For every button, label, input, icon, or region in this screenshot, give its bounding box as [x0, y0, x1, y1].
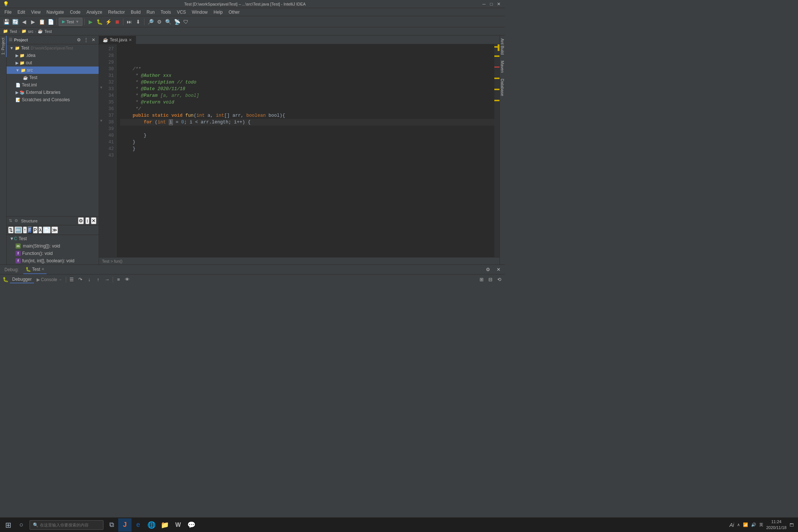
- menu-view[interactable]: View: [28, 9, 44, 16]
- tree-idea[interactable]: ▶ 📁 .idea: [7, 52, 99, 59]
- console-icon: ▶: [37, 277, 40, 282]
- debug-button[interactable]: 🐛: [95, 18, 103, 26]
- tree-root-test[interactable]: ▼ 📁 Test D:\workSpace\java\Test: [7, 44, 99, 52]
- menu-other[interactable]: Other: [226, 9, 243, 16]
- debug-rerun[interactable]: 🐛: [1, 276, 10, 284]
- show-anon-btn[interactable]: λ: [38, 226, 42, 233]
- problems-view[interactable]: 🛡: [182, 18, 190, 26]
- settings-button[interactable]: ⚙: [155, 18, 163, 26]
- debug-settings2[interactable]: ⊟: [486, 276, 494, 284]
- find-usages[interactable]: 🔍: [164, 18, 172, 26]
- sync-button[interactable]: 🔄: [11, 18, 19, 26]
- project-panel-title: Project: [14, 38, 74, 42]
- menu-vcs[interactable]: VCS: [174, 9, 189, 16]
- struct-fun[interactable]: f fun(int, int[], boolean): void: [7, 257, 99, 265]
- stop-button[interactable]: ⏹: [113, 18, 121, 26]
- show-fields-btn[interactable]: F: [28, 226, 32, 233]
- debug-step-over[interactable]: ↷: [76, 276, 85, 284]
- debug-tab-close[interactable]: ✕: [41, 267, 44, 271]
- code-line-37: public static void fun(int a, int[] arr,…: [120, 112, 494, 119]
- structure-close-btn[interactable]: ✕: [91, 217, 96, 224]
- collapse-method[interactable]: ▼: [99, 117, 103, 124]
- menu-file[interactable]: File: [1, 9, 14, 16]
- code-editor[interactable]: ▼ ▼ 27 28 29 30 31 32 33 34 35 36 37: [99, 44, 499, 257]
- struct-main[interactable]: m main(String[]): void: [7, 242, 99, 250]
- close-button[interactable]: ✕: [496, 1, 502, 7]
- menu-run[interactable]: Run: [144, 9, 158, 16]
- debug-expand[interactable]: ⟲: [495, 276, 503, 284]
- debug-list-btn[interactable]: ☰: [68, 276, 76, 284]
- debug-restore-layout[interactable]: ⊞: [477, 276, 485, 284]
- tree-test-iml[interactable]: 📄 Test.iml: [7, 81, 99, 89]
- maximize-button[interactable]: □: [488, 1, 494, 7]
- maven-tab[interactable]: Maven: [499, 58, 505, 76]
- error-marker[interactable]: [494, 66, 499, 68]
- warning-marker-4[interactable]: [494, 89, 499, 90]
- recent-files[interactable]: 📋: [38, 18, 46, 26]
- debug-tab-test[interactable]: 🐛 Test ✕: [23, 265, 47, 274]
- debug-step-out[interactable]: ↑: [94, 276, 102, 284]
- search-everywhere[interactable]: 🔎: [146, 18, 154, 26]
- ant-build-tab[interactable]: Ant Build: [499, 35, 505, 58]
- step-into[interactable]: ⬇: [134, 18, 142, 26]
- menu-tools[interactable]: Tools: [158, 9, 174, 16]
- menu-navigate[interactable]: Navigate: [44, 9, 67, 16]
- file-structure[interactable]: 📄: [47, 18, 55, 26]
- menu-window[interactable]: Window: [189, 9, 211, 16]
- menu-edit[interactable]: Edit: [14, 9, 28, 16]
- project-close-btn[interactable]: ✕: [91, 37, 96, 43]
- show-doc-btn[interactable]: 📄: [43, 226, 51, 233]
- debug-settings[interactable]: ⚙: [484, 266, 492, 274]
- sort-by-type[interactable]: ⇅: [8, 226, 14, 233]
- tree-scratches[interactable]: 📝 Scratches and Consoles: [7, 96, 99, 103]
- tab-close-btn[interactable]: ✕: [129, 38, 132, 42]
- forward-button[interactable]: ▶: [29, 18, 37, 26]
- structure-sort-btn[interactable]: ↕: [85, 217, 89, 224]
- editor-tab-test[interactable]: ☕ Test.java ✕: [99, 36, 136, 44]
- tree-test-java[interactable]: ☕ Test: [7, 74, 99, 81]
- run-with-coverage[interactable]: ⚡: [104, 18, 112, 26]
- project-tab-vertical[interactable]: 1: Project: [0, 35, 7, 57]
- menu-analyze[interactable]: Analyze: [83, 9, 105, 16]
- debug-step-into[interactable]: ↓: [85, 276, 93, 284]
- more-btn[interactable]: ≫: [51, 226, 58, 233]
- project-options-gear[interactable]: ⚙: [76, 37, 82, 43]
- debugger-sub-tab[interactable]: Debugger: [10, 276, 34, 283]
- save-button[interactable]: 💾: [2, 18, 10, 26]
- tree-src[interactable]: ▼ 📁 src: [7, 66, 99, 74]
- run-button[interactable]: ▶: [86, 18, 95, 26]
- menu-bar: File Edit View Navigate Code Analyze Ref…: [0, 8, 505, 16]
- breadcrumb-src[interactable]: src: [28, 29, 34, 34]
- warning-marker-5[interactable]: [494, 100, 499, 101]
- warning-marker-2[interactable]: [494, 55, 499, 57]
- back-button[interactable]: ◀: [20, 18, 28, 26]
- project-layout-btn[interactable]: ⋮: [83, 37, 89, 43]
- show-props-btn[interactable]: P: [33, 226, 38, 233]
- show-inherited[interactable]: ↑: [23, 226, 27, 233]
- menu-refactor[interactable]: Refactor: [105, 9, 128, 16]
- sort-alphabetically[interactable]: 🔤: [14, 226, 22, 233]
- warning-marker-3[interactable]: [494, 78, 499, 79]
- menu-code[interactable]: Code: [67, 9, 83, 16]
- tree-out[interactable]: ▶ 📁 out: [7, 59, 99, 66]
- minimize-button[interactable]: ─: [481, 1, 487, 7]
- structure-options-btn[interactable]: ⚙: [78, 217, 84, 224]
- run-toolbar2[interactable]: 📡: [173, 18, 181, 26]
- code-content[interactable]: /** * @Author xxx * @Description // todo…: [116, 44, 494, 257]
- struct-function[interactable]: f Function(): void: [7, 250, 99, 257]
- collapse-javadoc[interactable]: ▼: [99, 84, 103, 91]
- run-config-selector[interactable]: ▶ Test ▼: [59, 18, 82, 26]
- debug-close[interactable]: ✕: [494, 266, 502, 274]
- console-sub-tab[interactable]: ▶ Console →: [34, 276, 64, 283]
- debug-evaluate[interactable]: ≡: [115, 276, 123, 284]
- debug-watch[interactable]: 👁: [123, 276, 132, 284]
- menu-help[interactable]: Help: [211, 9, 226, 16]
- breadcrumb-file[interactable]: Test: [44, 29, 52, 34]
- breadcrumb-project[interactable]: Test: [10, 29, 17, 34]
- step-over[interactable]: ⏭: [125, 18, 133, 26]
- database-tab[interactable]: Database: [499, 76, 505, 99]
- tree-external-libs[interactable]: ▶ 📚 External Libraries: [7, 89, 99, 96]
- debug-run-to-cursor[interactable]: →: [103, 276, 111, 284]
- struct-root[interactable]: ▼ C Test: [7, 235, 99, 242]
- menu-build[interactable]: Build: [128, 9, 144, 16]
